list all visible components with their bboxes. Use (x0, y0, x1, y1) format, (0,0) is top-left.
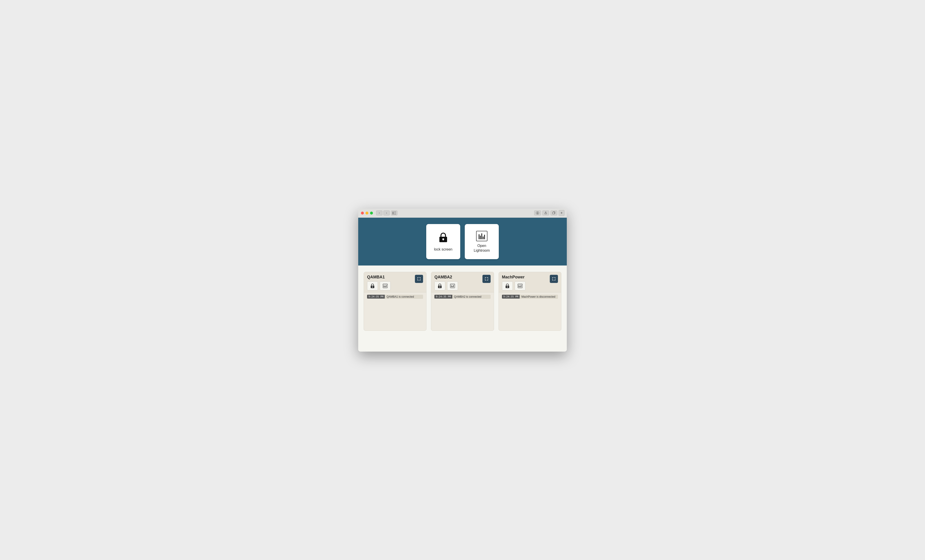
machpower-expand-button[interactable] (550, 275, 558, 283)
device-card-qamba1: QAMBA1 (364, 272, 426, 331)
qamba1-expand-button[interactable] (415, 275, 423, 283)
qamba2-message: QAMBA2 is connected (452, 295, 491, 299)
qamba1-timestamp: 9:24:35 PM (367, 295, 385, 299)
device-card-header-qamba1: QAMBA1 (364, 272, 426, 293)
lock-screen-card[interactable]: lock screen (426, 224, 460, 259)
qamba2-lock-button[interactable] (434, 281, 445, 290)
lightroom-icon (476, 230, 487, 241)
device-card-qamba2: QAMBA2 (431, 272, 494, 331)
forward-button[interactable]: › (383, 210, 390, 215)
titlebar: ‹ › (358, 209, 567, 218)
qamba2-expand-button[interactable] (482, 275, 491, 283)
qamba1-lightroom-button[interactable] (380, 281, 391, 290)
svg-rect-24 (452, 286, 453, 287)
svg-rect-25 (453, 285, 454, 287)
traffic-lights (361, 212, 373, 215)
qamba1-log: 9:24:35 PM QAMBA1 is connected (364, 293, 426, 302)
svg-rect-23 (451, 285, 452, 287)
machpower-message: MachPower is disconnected (520, 295, 558, 299)
svg-rect-6 (553, 212, 554, 214)
device-name-qamba1: QAMBA1 (367, 275, 391, 279)
device-card-header-machpower: MachPower (499, 272, 561, 293)
svg-rect-32 (520, 286, 520, 287)
qamba2-lightroom-button[interactable] (447, 281, 458, 290)
main-window: ‹ › (358, 209, 567, 351)
device-name-machpower: MachPower (502, 275, 526, 279)
machpower-log: 9:24:35 PM MachPower is disconnected (499, 293, 561, 302)
qamba2-log: 9:24:35 PM QAMBA2 is connected (431, 293, 494, 302)
qamba1-message: QAMBA1 is connected (385, 295, 423, 299)
machpower-lock-button[interactable] (502, 281, 513, 290)
svg-rect-15 (384, 285, 384, 287)
svg-rect-20 (440, 287, 440, 287)
svg-rect-31 (518, 285, 519, 287)
minimize-button[interactable] (366, 212, 368, 215)
main-content: QAMBA1 (358, 266, 567, 351)
qamba1-lock-button[interactable] (367, 281, 378, 290)
copy-window-button[interactable] (550, 210, 557, 215)
back-button[interactable]: ‹ (376, 210, 383, 215)
machpower-log-entry: 9:24:35 PM MachPower is disconnected (502, 295, 558, 299)
qamba2-timestamp: 9:24:35 PM (434, 295, 452, 299)
device-action-buttons-machpower (502, 281, 526, 290)
lock-icon (437, 231, 449, 245)
device-grid: QAMBA1 (364, 272, 561, 331)
svg-rect-1 (394, 212, 396, 212)
download-button[interactable] (534, 210, 541, 215)
titlebar-actions: + (534, 210, 565, 216)
svg-rect-2 (394, 213, 396, 213)
machpower-timestamp: 9:24:35 PM (502, 295, 520, 299)
device-card-header-qamba2: QAMBA2 (431, 272, 494, 293)
open-lightroom-card[interactable]: OpenLightroom (465, 224, 499, 259)
lock-screen-label: lock screen (434, 247, 452, 252)
qamba2-log-entry: 9:24:35 PM QAMBA2 is connected (434, 295, 490, 299)
new-tab-button[interactable]: + (559, 210, 565, 216)
nav-buttons: ‹ › (376, 210, 390, 215)
device-action-buttons-qamba2 (434, 281, 458, 290)
header-panel: lock screen OpenLightroom (358, 218, 567, 266)
svg-rect-33 (521, 285, 521, 287)
sidebar-toggle-button[interactable] (391, 210, 398, 215)
share-button[interactable] (542, 210, 549, 215)
svg-rect-3 (394, 214, 396, 215)
device-action-buttons-qamba1 (367, 281, 391, 290)
svg-rect-17 (386, 285, 387, 287)
open-lightroom-label: OpenLightroom (474, 243, 490, 253)
svg-rect-28 (507, 287, 508, 287)
qamba1-log-entry: 9:24:35 PM QAMBA1 is connected (367, 295, 423, 299)
svg-rect-12 (372, 287, 373, 287)
svg-rect-16 (385, 286, 386, 287)
device-card-machpower: MachPower (499, 272, 561, 331)
close-button[interactable] (361, 212, 364, 215)
device-name-qamba2: QAMBA2 (434, 275, 458, 279)
svg-rect-9 (443, 239, 444, 240)
maximize-button[interactable] (370, 212, 373, 215)
svg-rect-0 (392, 212, 393, 215)
machpower-lightroom-button[interactable] (515, 281, 526, 290)
